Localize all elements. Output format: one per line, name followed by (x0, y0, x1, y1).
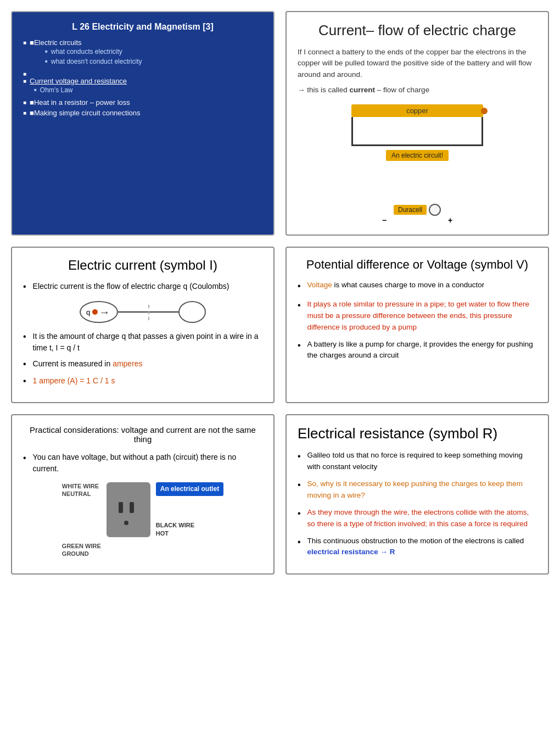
ecurrent-item-2: It is the amount of charge q that passes… (23, 331, 262, 354)
ampere-eq: 1 ampere (A) = 1 C / 1 s (33, 375, 115, 387)
outlet-diagram: WHITE WIRE NEUTRAL GREEN WIRE GROUND An … (23, 482, 262, 558)
bullet-1: ■ (30, 38, 34, 47)
card-resistance-title: Electrical resistance (symbol R) (298, 425, 537, 442)
outlet-plug (107, 482, 150, 537)
card-current-title: Current– flow of electric charge (298, 22, 537, 39)
card-current-arrow: → this is called current – flow of charg… (298, 85, 537, 96)
card-resistance: Electrical resistance (symbol R) Galileo… (285, 414, 549, 575)
card-potential-list: Voltage is what causes charge to move in… (298, 280, 537, 361)
white-wire-label: WHITE WIRE NEUTRAL (62, 482, 99, 498)
card-l26-list: ■ Electric circuits what conducts electr… (23, 38, 262, 117)
list-item-4: ■ Making simple circuit connections (23, 109, 262, 117)
battery-circle (429, 204, 441, 216)
outlet-left-labels: WHITE WIRE NEUTRAL GREEN WIRE GROUND (62, 482, 101, 558)
card-current-flow: Current– flow of electric charge If I co… (285, 11, 549, 236)
card-ecurrent-title: Electric current (symbol I) (23, 258, 262, 273)
plug-slot-right (130, 502, 134, 513)
card-current-body: If I connect a battery to the ends of th… (298, 47, 537, 80)
wire-top (351, 144, 483, 146)
list-item-1-label: Electric circuits what conducts electric… (34, 38, 142, 68)
q-label: q (86, 308, 90, 316)
card-practical-title: Practical considerations: voltage and cu… (23, 425, 262, 444)
ecurrent-item-3: Current is measured in amperes (23, 358, 262, 371)
bullet-2: ■ (23, 78, 26, 84)
arrow-symbol: → (298, 86, 305, 94)
resistance-item-3: As they move through the wire, the elect… (298, 507, 537, 530)
resistance-item-4: This continuous obstruction to the motio… (298, 536, 537, 559)
plus-label: + (448, 216, 452, 225)
copper-label: copper (406, 107, 428, 115)
amperes-text: amperes (113, 359, 142, 368)
copper-bar: copper (351, 104, 483, 117)
practical-item-1: You can have voltage, but without a path… (23, 451, 262, 475)
list-item-3-label: Heat in a resistor – power loss (34, 98, 130, 107)
circuit-diagram: copper An electric circuit! Duracell − + (298, 104, 537, 225)
bullet-3: ■ (30, 98, 34, 107)
sub-item-1-1: what conducts electricity (45, 48, 142, 55)
card-l26: L 26 Electricity and Magnetism [3] ■ Ele… (11, 11, 275, 236)
circuit-middle: An electric circuit! (351, 144, 483, 177)
oval-right (178, 301, 206, 323)
wire-left (351, 117, 353, 144)
arrow-right: → (99, 306, 110, 319)
oval-left: q → (80, 301, 118, 323)
resistance-item-1: Galileo told us that no force is require… (298, 450, 537, 473)
list-item-3: ■ Heat in a resistor – power loss (23, 98, 262, 107)
outlet-blue-label: An electrical outlet (156, 482, 223, 496)
potential-item-1: Voltage is what causes charge to move in… (298, 280, 537, 293)
sub-item-1-2: what doesn't conduct electricity (45, 58, 142, 65)
charge-diagram: q → (23, 301, 262, 323)
list-item-2: ■ Current voltage and resistance Ohm's L… (23, 70, 262, 96)
ecurrent-item-4: 1 ampere (A) = 1 C / 1 s (23, 375, 262, 388)
bullet-4: ■ (30, 109, 34, 117)
card-ecurrent-list-2: It is the amount of charge q that passes… (23, 331, 262, 388)
pm-labels: − + (351, 216, 483, 225)
sub-item-2-1: Ohm's Law (34, 86, 73, 94)
electric-circuit-label: An electric circuit! (386, 150, 449, 161)
list-item-2-label: Current voltage and resistance (30, 77, 127, 85)
battery-label: Duracell (394, 205, 427, 215)
card-l26-title: L 26 Electricity and Magnetism [3] (23, 22, 262, 32)
card-potential-title: Potential difference or Voltage (symbol … (298, 258, 537, 272)
card-electric-current: Electric current (symbol I) Electric cur… (11, 247, 275, 403)
wire-dashed (148, 305, 149, 320)
wire-right (481, 117, 483, 144)
potential-item-2: It plays a role similar to pressure in a… (298, 299, 537, 333)
copper-dot (481, 108, 488, 114)
plug-ground (124, 521, 128, 525)
charge-dot (92, 309, 98, 315)
green-wire-label: GREEN WIRE GROUND (62, 542, 101, 558)
list-item-1: ■ Electric circuits what conducts electr… (23, 38, 262, 68)
card-potential: Potential difference or Voltage (symbol … (285, 247, 549, 403)
wire-horizontal (118, 311, 178, 313)
card-ecurrent-list: Electric current is the flow of electric… (23, 281, 262, 293)
list-item-4-label: Making simple circuit connections (34, 109, 141, 117)
circuit-wires (351, 117, 483, 144)
card-resistance-list: Galileo told us that no force is require… (298, 450, 537, 558)
plug-slot-left (119, 502, 123, 513)
battery-section: Duracell (351, 204, 483, 216)
outlet-right-labels: An electrical outlet BLACK WIRE HOT (156, 482, 223, 537)
black-wire-label: BLACK WIRE HOT (156, 521, 223, 537)
ecurrent-item-1: Electric current is the flow of electric… (23, 281, 262, 293)
card-practical-list: You can have voltage, but without a path… (23, 451, 262, 475)
resistance-item-2: So, why is it necessary to keep pushing … (298, 478, 537, 501)
minus-label: − (382, 216, 387, 225)
potential-item-3: A battery is like a pump for charge, it … (298, 339, 537, 362)
card-practical: Practical considerations: voltage and cu… (11, 414, 275, 575)
